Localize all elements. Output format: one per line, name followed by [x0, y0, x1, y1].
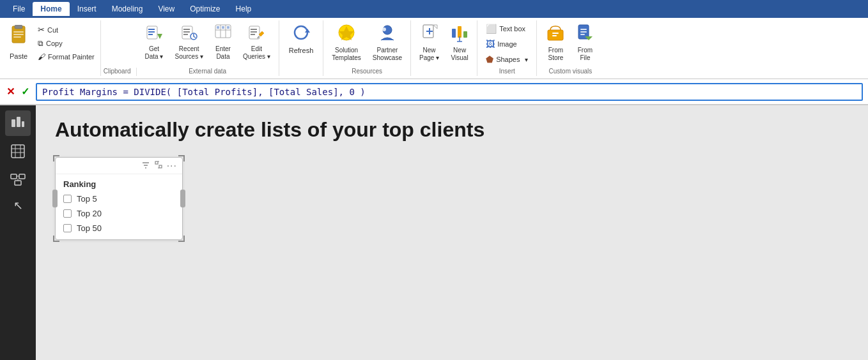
shapes-dropdown-icon: ▾	[525, 56, 528, 63]
from-store-icon	[546, 24, 564, 45]
solution-templates-button[interactable]: SolutionTemplates	[327, 22, 366, 64]
svg-rect-43	[552, 35, 557, 36]
refresh-label: Refresh	[289, 47, 314, 55]
shapes-icon: ⬟	[486, 54, 493, 64]
resize-handle-topright[interactable]	[178, 155, 185, 161]
new-page-icon	[421, 24, 438, 45]
shapes-button[interactable]: ⬟ Shapes ▾	[483, 52, 531, 66]
solution-templates-label: SolutionTemplates	[332, 47, 361, 62]
external-data-group: GetData ▾ RecentSources ▾	[137, 20, 279, 76]
tab-optimize[interactable]: Optimize	[182, 2, 228, 16]
svg-rect-8	[148, 34, 153, 35]
resources-group: SolutionTemplates PartnerShowcase Resour…	[323, 20, 411, 76]
tab-help[interactable]: Help	[228, 2, 260, 16]
enter-data-icon	[215, 24, 231, 44]
widget-more-icon[interactable]: ···	[167, 161, 177, 171]
get-data-button[interactable]: GetData ▾	[141, 22, 168, 63]
enter-data-button[interactable]: EnterData	[210, 22, 236, 63]
pages-group: NewPage ▾ NewVisual	[411, 20, 477, 76]
tab-file[interactable]: File	[5, 2, 33, 16]
svg-line-35	[433, 25, 437, 29]
svg-marker-9	[157, 34, 162, 39]
svg-rect-38	[463, 31, 467, 38]
checkbox-top20[interactable]	[63, 209, 72, 218]
svg-rect-7	[148, 31, 155, 33]
checkbox-top5[interactable]	[63, 195, 72, 203]
text-box-button[interactable]: ⬜ Text box	[483, 22, 531, 36]
canvas-heading: Automatically create lists of your top c…	[55, 118, 849, 142]
copy-button[interactable]: ⧉ Copy	[35, 37, 98, 50]
svg-rect-47	[580, 34, 585, 35]
cursor-indicator: ↖	[13, 199, 23, 213]
checkbox-top50[interactable]	[63, 224, 72, 232]
sidebar-item-report[interactable]	[5, 110, 31, 136]
sidebar-item-model[interactable]	[5, 167, 31, 192]
partner-showcase-label: PartnerShowcase	[373, 47, 402, 62]
external-data-label: External data	[141, 68, 275, 75]
tab-home[interactable]: Home	[33, 2, 69, 16]
svg-rect-11	[183, 29, 190, 30]
sidebar-item-data[interactable]	[5, 139, 31, 164]
svg-rect-1	[15, 25, 22, 29]
widget-item-top5: Top 5	[56, 191, 182, 206]
format-painter-button[interactable]: 🖌 Format Painter	[35, 50, 98, 63]
from-file-label: FromFile	[578, 47, 593, 62]
svg-rect-49	[12, 119, 15, 127]
resize-handle-bottomright[interactable]	[178, 236, 185, 242]
recent-sources-label: RecentSources ▾	[174, 45, 203, 61]
left-sidebar: ↖	[0, 105, 36, 360]
partner-showcase-button[interactable]: PartnerShowcase	[368, 22, 407, 64]
image-icon: 🖼	[486, 39, 495, 49]
cut-button[interactable]: ✂ Cut	[35, 23, 98, 36]
paste-label: Paste	[10, 52, 27, 60]
recent-sources-button[interactable]: RecentSources ▾	[170, 22, 207, 63]
get-data-icon	[146, 24, 162, 44]
formula-cancel-icon[interactable]: ✕	[5, 84, 16, 99]
svg-rect-20	[222, 26, 224, 29]
new-page-button[interactable]: NewPage ▾	[415, 22, 444, 64]
solution-templates-icon	[337, 24, 355, 45]
tab-modeling[interactable]: Modeling	[104, 2, 151, 16]
svg-rect-2	[13, 31, 24, 33]
widget-item-top20: Top 20	[56, 206, 182, 221]
svg-rect-23	[251, 29, 257, 30]
new-visual-icon	[451, 24, 469, 45]
widget-focus-icon[interactable]	[154, 160, 163, 171]
svg-rect-12	[183, 31, 190, 33]
resize-handle-bottomleft[interactable]	[53, 236, 59, 242]
svg-rect-65	[155, 161, 158, 164]
format-painter-icon: 🖌	[38, 52, 45, 61]
edit-queries-button[interactable]: EditQueries ▾	[238, 22, 275, 63]
svg-rect-3	[13, 34, 24, 35]
formula-confirm-icon[interactable]: ✓	[20, 84, 31, 99]
from-store-label: FromStore	[548, 47, 563, 62]
widget-item-top50: Top 50	[56, 221, 182, 239]
svg-rect-4	[13, 36, 21, 38]
svg-rect-66	[159, 165, 162, 168]
resize-handle-left[interactable]	[52, 190, 58, 207]
ribbon-tab-bar: File Home Insert Modeling View Optimize …	[0, 0, 868, 18]
partner-showcase-icon	[378, 24, 396, 45]
resize-handle-right[interactable]	[180, 190, 185, 207]
new-visual-button[interactable]: NewVisual	[446, 22, 473, 64]
tab-insert[interactable]: Insert	[70, 2, 104, 16]
resize-handle-topleft[interactable]	[53, 155, 59, 161]
from-store-button[interactable]: FromStore	[542, 22, 569, 64]
widget-filter-icon[interactable]	[141, 160, 150, 171]
paste-icon	[8, 25, 29, 51]
clipboard-group: Paste ✂ Cut ⧉ Copy 🖌 Format Painter	[0, 20, 101, 76]
paste-button[interactable]: Paste	[3, 22, 35, 75]
image-button[interactable]: 🖼 Image	[483, 37, 531, 51]
widget-title: Ranking	[56, 174, 182, 191]
svg-rect-50	[17, 117, 20, 127]
refresh-button[interactable]: Refresh	[284, 22, 318, 57]
from-file-button[interactable]: FromFile	[571, 22, 598, 64]
svg-rect-19	[217, 26, 219, 29]
tab-view[interactable]: View	[150, 2, 182, 16]
ribbon: File Home Insert Modeling View Optimize …	[0, 0, 868, 105]
external-data-buttons: GetData ▾ RecentSources ▾	[141, 22, 275, 66]
refresh-icon	[292, 24, 310, 45]
format-painter-label: Format Painter	[48, 53, 95, 61]
formula-input[interactable]	[36, 83, 863, 101]
svg-rect-57	[11, 174, 17, 179]
